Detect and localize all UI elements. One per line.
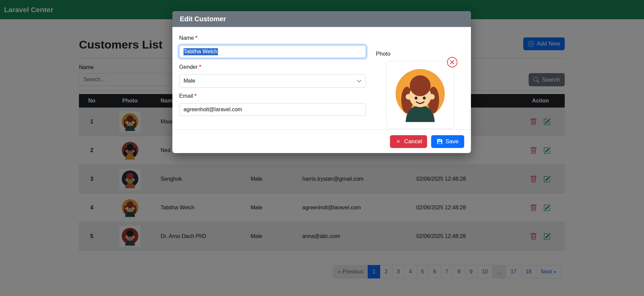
save-floppy-icon (437, 139, 443, 144)
modal-footer: Cancel Save (172, 129, 471, 153)
save-button[interactable]: Save (431, 135, 464, 148)
required-asterisk: * (194, 93, 196, 99)
gender-selected-value: Male (184, 78, 195, 84)
required-asterisk: * (195, 35, 197, 41)
name-field-label: Name* (179, 35, 464, 41)
photo-label: Photo (376, 51, 464, 57)
modal-body: Name* Tabitha Welch Gender* Male Email* … (172, 27, 471, 129)
photo-section: Photo (376, 51, 464, 129)
name-field-selected-text: Tabitha Welch (184, 48, 218, 55)
remove-photo-button[interactable] (447, 57, 458, 68)
name-field[interactable]: Tabitha Welch (179, 45, 366, 58)
required-asterisk: * (199, 64, 201, 70)
modal-header: Edit Customer (172, 11, 471, 27)
customer-photo (389, 63, 452, 126)
gender-select[interactable]: Male (179, 74, 366, 88)
photo-preview (386, 61, 454, 129)
email-field[interactable] (179, 103, 366, 116)
modal-title: Edit Customer (180, 15, 226, 23)
edit-customer-modal: Edit Customer Name* Tabitha Welch Gender… (172, 11, 471, 153)
cancel-button[interactable]: Cancel (390, 135, 427, 148)
x-icon (395, 138, 401, 145)
chevron-down-icon (357, 79, 362, 84)
